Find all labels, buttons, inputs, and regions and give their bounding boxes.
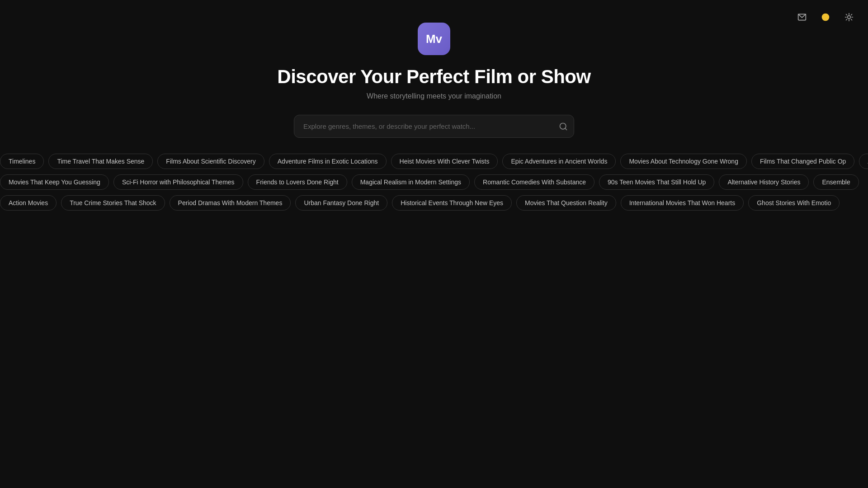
svg-line-8 bbox=[851, 19, 852, 20]
tag-action-movies[interactable]: Action Movies bbox=[0, 195, 57, 211]
user-button[interactable] bbox=[817, 9, 834, 25]
tag-ancient-worlds[interactable]: Epic Adventures in Ancient Worlds bbox=[502, 154, 616, 169]
tag-90s-teen[interactable]: 90s Teen Movies That Still Hold Up bbox=[599, 174, 714, 190]
theme-toggle-button[interactable] bbox=[841, 9, 857, 25]
tag-time-travel[interactable]: Time Travel That Makes Sense bbox=[48, 154, 153, 169]
tag-timelines[interactable]: Timelines bbox=[0, 154, 44, 169]
tag-alt-history-2[interactable]: Alternative History Stories bbox=[719, 174, 809, 190]
header bbox=[783, 0, 868, 34]
tag-keep-guessing[interactable]: Movies That Keep You Guessing bbox=[0, 174, 109, 190]
logo-text: Mv bbox=[426, 32, 442, 46]
tag-international-movies[interactable]: International Movies That Won Hearts bbox=[621, 195, 744, 211]
tag-technology-gone-wrong[interactable]: Movies About Technology Gone Wrong bbox=[620, 154, 747, 169]
svg-line-9 bbox=[846, 19, 847, 20]
tag-historical-events[interactable]: Historical Events Through New Eyes bbox=[392, 195, 512, 211]
svg-point-1 bbox=[822, 14, 830, 21]
hero-section: Mv Discover Your Perfect Film or Show Wh… bbox=[276, 23, 592, 160]
subtitle: Where storytelling meets your imaginatio… bbox=[367, 92, 501, 100]
main-title: Discover Your Perfect Film or Show bbox=[277, 66, 590, 88]
tag-period-dramas[interactable]: Period Dramas With Modern Themes bbox=[170, 195, 291, 211]
tag-true-crime[interactable]: True Crime Stories That Shock bbox=[61, 195, 165, 211]
tags-row-3: Action Movies True Crime Stories That Sh… bbox=[0, 195, 868, 211]
search-icon bbox=[559, 122, 568, 131]
tags-section: Timelines Time Travel That Makes Sense F… bbox=[0, 154, 868, 211]
tag-scifi-horror[interactable]: Sci-Fi Horror with Philosophical Themes bbox=[113, 174, 243, 190]
tag-ghost-stories[interactable]: Ghost Stories With Emotio bbox=[748, 195, 840, 211]
tag-ensemble-2[interactable]: Ensemble bbox=[813, 174, 859, 190]
tags-row-2: Movies That Keep You Guessing Sci-Fi Hor… bbox=[0, 174, 868, 190]
mail-button[interactable] bbox=[794, 9, 810, 25]
tag-romantic-comedies[interactable]: Romantic Comedies With Substance bbox=[474, 174, 594, 190]
tag-scientific-discovery[interactable]: Films About Scientific Discovery bbox=[157, 154, 264, 169]
tag-exotic-locations[interactable]: Adventure Films in Exotic Locations bbox=[269, 154, 387, 169]
tag-magical-realism[interactable]: Magical Realism in Modern Settings bbox=[352, 174, 470, 190]
svg-point-2 bbox=[848, 16, 851, 19]
tag-urban-fantasy[interactable]: Urban Fantasy Done Right bbox=[295, 195, 387, 211]
sun-icon bbox=[844, 13, 854, 22]
tag-alternative-history[interactable]: Alternative History Stories bbox=[859, 154, 868, 169]
tag-heist-movies[interactable]: Heist Movies With Clever Twists bbox=[391, 154, 498, 169]
tags-row-1: Timelines Time Travel That Makes Sense F… bbox=[0, 154, 868, 169]
tag-friends-to-lovers[interactable]: Friends to Lovers Done Right bbox=[248, 174, 347, 190]
search-container bbox=[294, 115, 574, 138]
search-button[interactable] bbox=[559, 122, 568, 131]
svg-line-10 bbox=[851, 14, 852, 15]
logo-badge: Mv bbox=[418, 23, 450, 55]
svg-line-7 bbox=[846, 14, 847, 15]
tag-question-reality[interactable]: Movies That Question Reality bbox=[516, 195, 616, 211]
mail-icon bbox=[797, 13, 807, 22]
search-input[interactable] bbox=[294, 115, 574, 138]
tag-films-changed-public-op[interactable]: Films That Changed Public Op bbox=[751, 154, 854, 169]
svg-line-12 bbox=[565, 128, 567, 130]
user-icon bbox=[821, 13, 830, 22]
